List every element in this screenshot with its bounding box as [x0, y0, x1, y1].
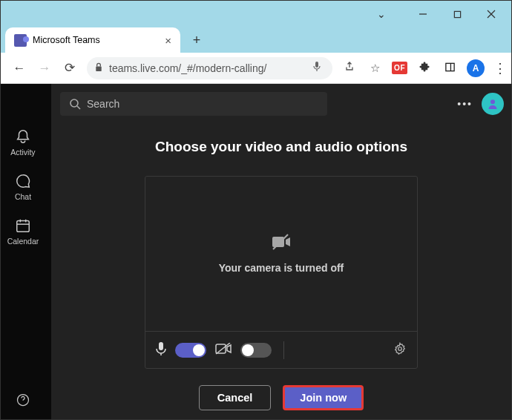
window-caret-icon[interactable]: ⌄	[364, 4, 398, 24]
meeting-prejoin: Choose your video and audio options Your…	[51, 84, 511, 419]
tab-close-button[interactable]: ×	[165, 34, 171, 47]
help-button[interactable]	[16, 393, 30, 407]
window-close-button[interactable]	[474, 4, 508, 24]
svg-rect-19	[216, 344, 226, 353]
more-options-button[interactable]: •••	[457, 98, 473, 110]
prejoin-heading: Choose your video and audio options	[155, 139, 407, 155]
browser-toolbar: ← → ⟳ teams.live.com/_#/modern-calling/ …	[1, 53, 511, 84]
device-settings-button[interactable]	[393, 342, 407, 358]
search-input[interactable]: Search	[60, 92, 327, 116]
join-now-button[interactable]: Join now	[283, 385, 364, 410]
top-bar: Search •••	[45, 84, 511, 124]
voice-search-icon[interactable]	[309, 61, 325, 75]
search-placeholder: Search	[87, 98, 119, 110]
teams-favicon-icon	[14, 34, 27, 47]
svg-line-14	[77, 106, 80, 109]
lock-icon	[94, 62, 103, 74]
teams-profile-avatar[interactable]	[482, 93, 504, 115]
svg-rect-6	[445, 63, 453, 70]
svg-point-21	[398, 347, 402, 350]
reload-button[interactable]: ⟳	[62, 60, 78, 76]
window-titlebar: ⌄	[1, 1, 511, 27]
svg-rect-18	[159, 342, 163, 350]
camera-toggle[interactable]	[240, 343, 272, 358]
url-text: teams.live.com/_#/modern-calling/	[109, 62, 303, 74]
side-panel-icon[interactable]	[442, 62, 458, 75]
browser-tabbar: Microsoft Teams × +	[1, 27, 511, 53]
rail-label: Activity	[10, 148, 35, 157]
rail-label: Chat	[15, 192, 31, 201]
rail-chat[interactable]: Chat	[15, 173, 31, 201]
video-preview-area: Your camera is turned off	[145, 177, 417, 331]
prejoin-actions: Cancel Join now	[199, 385, 364, 410]
device-toolbar	[145, 331, 417, 368]
teams-app: Activity Chat Calendar Search •••	[1, 84, 511, 419]
cancel-button[interactable]: Cancel	[199, 385, 272, 410]
new-tab-button[interactable]: +	[186, 30, 207, 50]
tab-title: Microsoft Teams	[33, 35, 100, 45]
svg-rect-1	[454, 11, 460, 17]
svg-rect-8	[17, 221, 30, 232]
video-preview-card: Your camera is turned off	[145, 176, 418, 369]
rail-calendar[interactable]: Calendar	[7, 217, 39, 246]
microphone-icon	[156, 341, 166, 359]
share-icon[interactable]	[341, 61, 358, 75]
browser-tab[interactable]: Microsoft Teams ×	[5, 27, 180, 53]
camera-off-text: Your camera is turned off	[219, 262, 344, 274]
rail-label: Calendar	[7, 237, 39, 246]
camera-icon	[215, 343, 232, 358]
bookmark-star-icon[interactable]: ☆	[367, 62, 383, 75]
svg-rect-5	[315, 62, 318, 68]
chrome-profile-avatar[interactable]: A	[467, 59, 485, 77]
svg-point-15	[490, 99, 495, 104]
svg-rect-4	[96, 66, 101, 71]
maximize-button[interactable]	[440, 4, 474, 24]
toolbar-divider	[283, 341, 384, 359]
forward-button[interactable]: →	[36, 61, 53, 76]
chrome-menu-button[interactable]: ⋮	[493, 60, 507, 76]
left-rail: Activity Chat Calendar	[1, 84, 45, 419]
rail-activity[interactable]: Activity	[10, 128, 35, 157]
camera-off-icon	[271, 234, 292, 253]
svg-point-13	[70, 99, 78, 107]
address-bar[interactable]: teams.live.com/_#/modern-calling/	[87, 57, 332, 79]
back-button[interactable]: ←	[11, 61, 27, 76]
search-icon	[69, 98, 81, 110]
extensions-icon[interactable]	[416, 62, 433, 75]
minimize-button[interactable]	[406, 4, 440, 24]
microphone-toggle[interactable]	[175, 343, 206, 358]
svg-rect-16	[272, 237, 284, 247]
extension-badge[interactable]: OF	[392, 62, 407, 74]
